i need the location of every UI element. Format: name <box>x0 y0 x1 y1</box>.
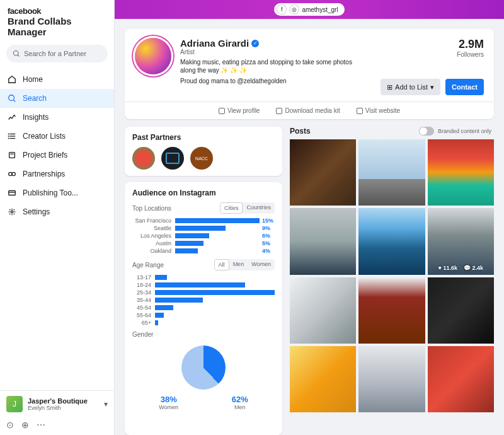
search-input[interactable]: Search for a Partner <box>6 45 108 62</box>
nav-publishing-tools[interactable]: Publishing Too... <box>0 183 114 202</box>
svg-rect-14 <box>9 191 16 195</box>
post-tile[interactable] <box>428 277 494 344</box>
svg-point-12 <box>9 172 12 175</box>
profile-card: Adriana Girardi ✓ Artist Making music, e… <box>125 29 494 119</box>
top-locations-label: Top Locations <box>132 205 171 212</box>
men-pct: 62% <box>232 395 248 404</box>
likes-count: ♥ 11.6k <box>438 265 457 271</box>
facebook-icon: f <box>277 4 287 14</box>
nav-settings[interactable]: Settings <box>0 202 114 221</box>
footer-icons: ⊙ ⊕ ⋯ <box>0 417 114 435</box>
account-switcher[interactable]: J Jasper's Boutique Evelyn Smith ▾ <box>0 390 114 417</box>
post-tile[interactable] <box>358 346 425 412</box>
past-partners-card: Past Partners NACC <box>125 127 282 176</box>
toggle-all[interactable]: All <box>214 259 229 270</box>
follower-stats: 2.9M Followers <box>457 38 484 85</box>
svg-point-9 <box>8 138 9 139</box>
svg-point-7 <box>8 134 9 134</box>
post-tile[interactable]: ♥ 11.6k 💬 2.4k <box>428 208 494 274</box>
top-locations-chart: San Francisco15%Seattle9%Los Angeles6%Au… <box>132 218 275 254</box>
notifications-icon[interactable]: ⊕ <box>21 420 29 430</box>
toggle-countries[interactable]: Countries <box>243 202 275 214</box>
svg-rect-10 <box>9 153 15 158</box>
gender-label: Gender <box>132 331 153 338</box>
add-to-list-label: Add to List <box>395 83 428 91</box>
sidebar: facebook Brand Collabs Manager Search fo… <box>0 0 115 435</box>
partner-logo[interactable]: NACC <box>190 147 213 170</box>
past-partners-title: Past Partners <box>132 133 275 142</box>
nav-label: Project Briefs <box>23 151 67 160</box>
publishing-icon <box>8 188 16 197</box>
branded-content-toggle[interactable]: Branded content only <box>419 127 491 136</box>
follower-label: Followers <box>457 51 484 58</box>
audience-title: Audience on Instagram <box>132 188 275 197</box>
facebook-wordmark: facebook <box>8 6 106 16</box>
partnerships-icon <box>8 170 16 178</box>
partner-logo[interactable] <box>132 147 155 170</box>
svg-point-8 <box>8 136 9 137</box>
help-icon[interactable]: ⊙ <box>6 420 14 430</box>
list-icon <box>8 132 16 141</box>
topbar: f ◎ amethyst_grl <box>115 0 504 19</box>
chevron-down-icon: ▾ <box>104 400 108 409</box>
post-tile[interactable] <box>358 277 425 344</box>
profile-bio-line1: Making music, eating pizza and stopping … <box>180 58 357 74</box>
locations-toggle[interactable]: Cities Countries <box>220 202 275 214</box>
women-pct: 38% <box>159 395 178 404</box>
brand-block: facebook Brand Collabs Manager <box>0 0 114 41</box>
add-to-list-button[interactable]: ⊞ Add to List ▾ <box>381 79 440 95</box>
toggle-women[interactable]: Women <box>248 259 275 270</box>
nav-home[interactable]: Home <box>0 70 114 89</box>
post-tile[interactable] <box>290 277 356 344</box>
nav-label: Search <box>23 94 47 103</box>
nav-label: Creator Lists <box>23 132 66 141</box>
search-placeholder: Search for a Partner <box>24 50 86 57</box>
chevron-down-icon: ▾ <box>430 83 434 91</box>
toggle-men[interactable]: Men <box>229 259 248 270</box>
insights-icon <box>8 113 16 122</box>
nav-project-briefs[interactable]: Project Briefs <box>0 146 114 165</box>
contact-button[interactable]: Contact <box>445 79 484 95</box>
business-avatar: J <box>6 396 23 412</box>
posts-grid: ♥ 11.6k 💬 2.4k <box>290 139 494 412</box>
gender-pie-chart <box>181 345 226 390</box>
home-icon <box>8 75 16 84</box>
nav-search[interactable]: Search <box>0 89 114 108</box>
list-add-icon: ⊞ <box>387 83 392 91</box>
post-tile[interactable] <box>358 139 425 206</box>
contact-label: Contact <box>452 83 478 91</box>
nav-insights[interactable]: Insights <box>0 108 114 127</box>
tab-visit-website[interactable]: Visit website <box>357 107 400 114</box>
svg-line-1 <box>18 55 19 56</box>
audience-card: Audience on Instagram Top Locations Citi… <box>125 182 282 435</box>
post-tile[interactable] <box>290 208 356 274</box>
nav-label: Partnerships <box>23 170 65 178</box>
profile-picture[interactable] <box>135 38 171 74</box>
profile-bio-line2: Proud dog mama to @zeldathegolden <box>180 77 357 85</box>
post-tile[interactable] <box>428 346 494 412</box>
handle-text: amethyst_grl <box>302 6 338 13</box>
posts-title: Posts <box>290 127 311 136</box>
toggle-cities[interactable]: Cities <box>220 202 243 214</box>
post-tile[interactable] <box>290 346 356 412</box>
search-icon <box>8 94 16 103</box>
tab-download-media-kit[interactable]: Download media kit <box>276 107 340 114</box>
post-tile[interactable] <box>428 139 494 206</box>
toggle-switch[interactable] <box>419 127 434 136</box>
partner-logo[interactable] <box>161 147 184 170</box>
profile-tabs: View profile Download media kit Visit we… <box>125 102 494 119</box>
age-range-label: Age Range <box>132 262 164 269</box>
age-toggle[interactable]: All Men Women <box>214 259 275 270</box>
instagram-icon <box>219 108 225 114</box>
more-icon[interactable]: ⋯ <box>37 420 45 430</box>
women-label: Women <box>159 404 178 410</box>
post-tile[interactable] <box>290 139 356 206</box>
nav-partnerships[interactable]: Partnerships <box>0 165 114 183</box>
nav-label: Publishing Too... <box>23 188 78 197</box>
tab-view-profile[interactable]: View profile <box>219 107 260 114</box>
nav-label: Home <box>23 75 43 84</box>
instagram-handle-pill[interactable]: f ◎ amethyst_grl <box>274 3 344 16</box>
nav-creator-lists[interactable]: Creator Lists <box>0 127 114 146</box>
post-tile[interactable] <box>358 208 425 274</box>
men-label: Men <box>232 404 248 410</box>
